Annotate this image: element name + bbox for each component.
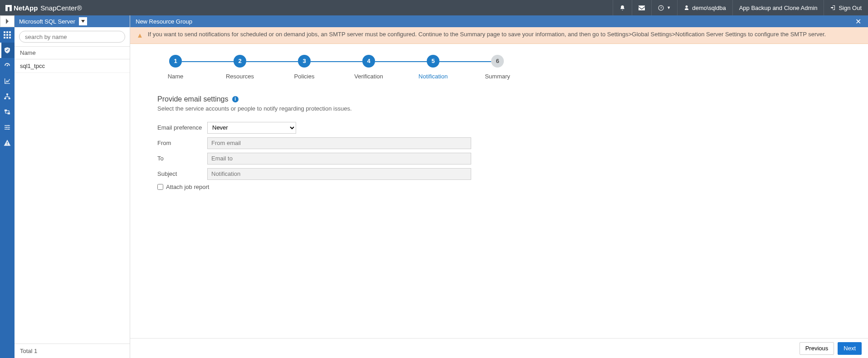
step-label: Notification	[419, 73, 448, 80]
to-label: To	[157, 155, 207, 162]
main-content: New Resource Group ✕ ▲ If you want to se…	[130, 15, 868, 358]
resource-row[interactable]: sql1_tpcc	[15, 59, 130, 73]
nav-hosts[interactable]	[0, 89, 15, 104]
logo: NetApp SnapCenter®	[0, 4, 87, 12]
nav-storage[interactable]	[0, 104, 15, 120]
icon-sidebar	[0, 15, 15, 358]
resource-type-dropdown[interactable]	[79, 17, 87, 25]
step-resources[interactable]: 2 Resources	[222, 55, 258, 80]
previous-button[interactable]: Previous	[800, 342, 834, 355]
svg-rect-3	[6, 31, 8, 33]
close-button[interactable]: ✕	[853, 17, 863, 26]
step-number: 1	[169, 55, 182, 68]
resource-panel-footer: Total 1	[15, 343, 130, 358]
chart-icon	[4, 77, 11, 85]
shield-icon	[4, 47, 11, 54]
nav-alerts[interactable]	[0, 135, 15, 150]
signout-label: Sign Out	[839, 5, 862, 11]
subject-label: Subject	[157, 170, 207, 177]
mail-icon	[639, 5, 645, 10]
step-verification[interactable]: 4 Verification	[351, 55, 387, 80]
chevron-right-icon	[5, 19, 9, 24]
attach-report-label: Attach job report	[166, 184, 209, 190]
messages-button[interactable]	[632, 0, 651, 15]
caret-down-icon	[81, 20, 85, 23]
svg-rect-7	[9, 34, 11, 36]
form-title-row: Provide email settings i	[157, 95, 868, 103]
svg-rect-10	[9, 37, 11, 39]
step-label: Name	[168, 73, 184, 80]
warning-icon	[4, 139, 11, 146]
notifications-button[interactable]	[613, 0, 632, 15]
wizard-footer: Previous Next	[130, 338, 868, 358]
svg-rect-8	[4, 37, 5, 39]
resource-panel-title: Microsoft SQL Server	[19, 18, 75, 25]
signout-icon	[830, 5, 836, 10]
role-label-wrap[interactable]: App Backup and Clone Admin	[732, 0, 824, 15]
nav-monitor[interactable]	[0, 58, 15, 73]
storage-icon	[4, 108, 11, 116]
svg-rect-2	[4, 31, 5, 33]
step-name[interactable]: 1 Name	[157, 55, 194, 80]
step-policies[interactable]: 3 Policies	[286, 55, 322, 80]
banner-text: If you want to send notifications for sc…	[148, 31, 826, 40]
user-label: demo\sqldba	[692, 5, 726, 11]
user-menu[interactable]: demo\sqldba	[677, 0, 732, 15]
nav-dashboard[interactable]	[0, 27, 15, 43]
step-summary[interactable]: 6 Summary	[479, 55, 516, 80]
next-button[interactable]: Next	[838, 342, 862, 355]
column-header-name: Name	[15, 46, 130, 59]
svg-rect-5	[4, 34, 5, 36]
svg-rect-14	[5, 110, 7, 111]
to-input[interactable]	[207, 153, 471, 164]
search-input[interactable]	[19, 31, 125, 43]
step-number: 3	[298, 55, 311, 68]
svg-text:?: ?	[660, 6, 662, 10]
nav-settings[interactable]	[0, 120, 15, 135]
nav-reports[interactable]	[0, 73, 15, 89]
email-preference-label: Email preference	[157, 124, 207, 131]
attach-report-checkbox[interactable]	[157, 184, 163, 190]
step-notification[interactable]: 5 Notification	[415, 55, 451, 80]
step-number: 6	[491, 55, 504, 68]
svg-rect-4	[9, 31, 11, 33]
svg-point-18	[8, 129, 10, 130]
svg-rect-15	[8, 112, 10, 114]
step-label: Verification	[354, 73, 383, 80]
step-number: 4	[362, 55, 375, 68]
step-label: Policies	[294, 73, 315, 80]
caret-down-icon: ▼	[667, 5, 671, 10]
step-number: 5	[427, 55, 439, 68]
info-icon[interactable]: i	[232, 96, 239, 102]
svg-rect-9	[6, 37, 8, 39]
wizard-steps: 1 Name 2 Resources 3 Policies 4 Verifica…	[130, 44, 868, 84]
sidebar-expand-button[interactable]	[0, 15, 15, 27]
product-text: SnapCenter®	[40, 4, 82, 12]
help-button[interactable]: ? ▼	[651, 0, 677, 15]
svg-rect-6	[6, 34, 8, 36]
svg-point-16	[8, 125, 9, 126]
user-icon	[684, 5, 689, 10]
bell-icon	[619, 5, 625, 11]
from-input[interactable]	[207, 137, 471, 149]
svg-rect-12	[4, 98, 6, 99]
close-icon: ✕	[855, 17, 861, 26]
top-header: NetApp SnapCenter® ? ▼ demo\sqldba App B…	[0, 0, 868, 15]
step-label: Resources	[226, 73, 254, 80]
form-subtitle: Select the service accounts or people to…	[157, 105, 868, 112]
subject-input[interactable]	[207, 168, 471, 180]
notification-form: Provide email settings i Select the serv…	[130, 84, 868, 190]
step-label: Summary	[485, 73, 510, 80]
main-header: New Resource Group ✕	[130, 15, 868, 27]
help-icon: ?	[658, 5, 664, 11]
brand-text: NetApp	[5, 4, 38, 12]
form-title: Provide email settings	[157, 95, 229, 103]
signout-button[interactable]: Sign Out	[824, 0, 868, 15]
role-label: App Backup and Clone Admin	[739, 5, 818, 11]
step-number: 2	[234, 55, 246, 68]
gauge-icon	[4, 62, 11, 69]
page-title: New Resource Group	[136, 18, 192, 25]
email-preference-select[interactable]: Never	[207, 122, 296, 134]
grid-icon	[4, 31, 11, 39]
nav-resources[interactable]	[0, 43, 15, 58]
